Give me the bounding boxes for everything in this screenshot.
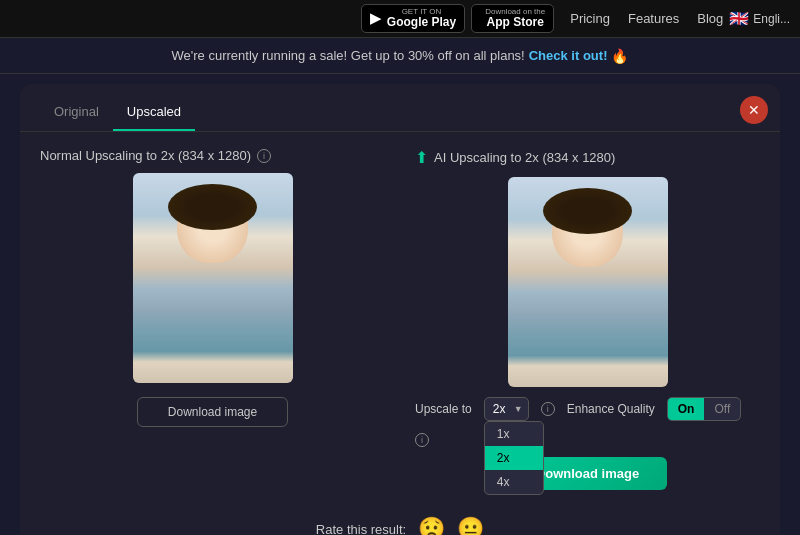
fire-emoji: 🔥 <box>611 48 628 64</box>
modal: ✕ Original Upscaled Normal Upscaling to … <box>20 84 780 535</box>
top-nav: ▶ GET IT ON Google Play Download on the … <box>0 0 800 38</box>
sale-text: We're currently running a sale! Get up t… <box>172 48 525 63</box>
toggle-on-button[interactable]: On <box>668 398 705 420</box>
tab-original[interactable]: Original <box>40 98 113 131</box>
right-photo <box>508 177 668 387</box>
left-panel-title: Normal Upscaling to 2x (834 x 1280) <box>40 148 251 163</box>
tabs: Original Upscaled <box>20 84 780 132</box>
app-store-button[interactable]: Download on the App Store <box>471 4 554 34</box>
flag-icon: 🇬🇧 <box>729 9 749 28</box>
modal-content: Normal Upscaling to 2x (834 x 1280) i Do… <box>20 132 780 506</box>
option-1x[interactable]: 1x <box>485 422 543 446</box>
right-panel-title: AI Upscaling to 2x (834 x 1280) <box>434 150 615 165</box>
rating-sad-emoji[interactable]: 😟 <box>418 516 445 535</box>
left-download-button[interactable]: Download image <box>137 397 288 427</box>
blog-link[interactable]: Blog <box>697 11 723 26</box>
rating-row: Rate this result: 😟 😐 <box>20 506 780 535</box>
app-store-name: App Store <box>485 16 545 29</box>
rating-label: Rate this result: <box>316 522 406 536</box>
sale-link[interactable]: Check it out! <box>529 48 608 63</box>
enhance-info-icon[interactable]: i <box>415 433 429 447</box>
language-label: Engli... <box>753 12 790 26</box>
enhance-label: Enhance Quality <box>567 402 655 416</box>
left-panel-header: Normal Upscaling to 2x (834 x 1280) i <box>40 148 385 163</box>
google-play-icon: ▶ <box>370 9 382 27</box>
language-selector[interactable]: 🇬🇧 Engli... <box>729 9 790 28</box>
google-play-button[interactable]: ▶ GET IT ON Google Play <box>361 4 465 34</box>
right-image <box>508 177 668 387</box>
left-panel: Normal Upscaling to 2x (834 x 1280) i Do… <box>40 148 385 490</box>
upscale-info-icon[interactable]: i <box>541 402 555 416</box>
controls-row: Upscale to 2x 1x 4x ▼ 1x 2x 4x i <box>415 397 760 447</box>
right-panel: ⬆ AI Upscaling to 2x (834 x 1280) Upscal… <box>415 148 760 490</box>
right-panel-header: ⬆ AI Upscaling to 2x (834 x 1280) <box>415 148 760 167</box>
toggle-off-button[interactable]: Off <box>704 398 740 420</box>
option-2x[interactable]: 2x <box>485 446 543 470</box>
close-button[interactable]: ✕ <box>740 96 768 124</box>
left-photo <box>133 173 293 383</box>
tab-upscaled[interactable]: Upscaled <box>113 98 195 131</box>
left-info-icon[interactable]: i <box>257 149 271 163</box>
pricing-link[interactable]: Pricing <box>570 11 610 26</box>
dropdown-menu: 1x 2x 4x <box>484 421 544 495</box>
option-4x[interactable]: 4x <box>485 470 543 494</box>
upscale-select[interactable]: 2x 1x 4x <box>484 397 529 421</box>
enhance-toggle: On Off <box>667 397 741 421</box>
nav-links: Pricing Features Blog <box>570 11 723 26</box>
left-image <box>133 173 293 383</box>
google-play-name: Google Play <box>387 16 456 29</box>
sale-banner: We're currently running a sale! Get up t… <box>0 38 800 74</box>
upscale-label: Upscale to <box>415 402 472 416</box>
upscale-dropdown-wrapper: 2x 1x 4x ▼ 1x 2x 4x <box>484 397 529 421</box>
ai-upscale-icon: ⬆ <box>415 148 428 167</box>
features-link[interactable]: Features <box>628 11 679 26</box>
rating-neutral-emoji[interactable]: 😐 <box>457 516 484 535</box>
